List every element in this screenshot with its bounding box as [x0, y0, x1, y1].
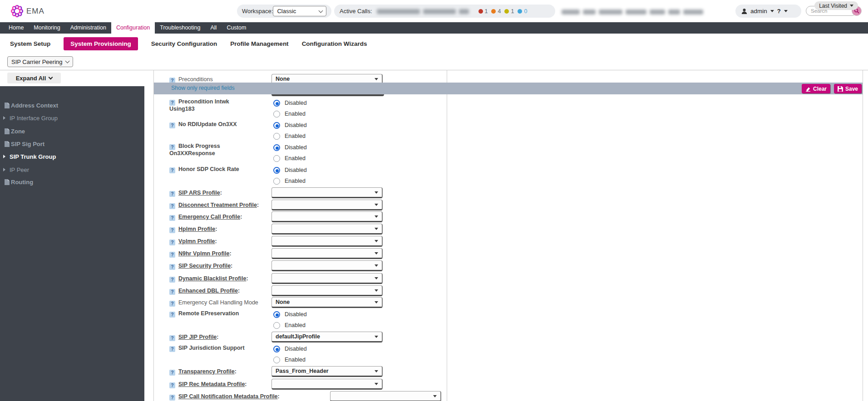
- disconnect-treatment-profile-select[interactable]: [271, 200, 383, 210]
- field-label[interactable]: N9hr Vplmn Profile: [178, 250, 230, 257]
- nav-item-all[interactable]: All: [205, 22, 222, 34]
- active-calls-pill: Active Calls: 1410: [334, 5, 555, 18]
- sidebar-item-address-context[interactable]: Address Context: [5, 101, 58, 109]
- sip-security-profile-select[interactable]: [271, 260, 383, 271]
- save-button[interactable]: Save: [834, 84, 862, 93]
- help-icon[interactable]: ?: [169, 215, 175, 221]
- help-icon[interactable]: ?: [169, 370, 175, 376]
- no-rdiupdate-on3xx-radio-disabled[interactable]: [273, 122, 280, 129]
- help-icon[interactable]: ?: [169, 191, 175, 197]
- sidebar-item-routing[interactable]: Routing: [5, 178, 33, 186]
- hplmn-profile-select[interactable]: [271, 224, 383, 235]
- help-icon[interactable]: ?: [169, 335, 175, 341]
- help-icon[interactable]: ?: [169, 144, 175, 150]
- help-icon[interactable]: ?: [169, 264, 175, 270]
- nav-item-home[interactable]: Home: [4, 22, 29, 34]
- sip-jurisdiction-support-radio-enabled[interactable]: [273, 357, 280, 363]
- nav-item-monitoring[interactable]: Monitoring: [29, 22, 65, 34]
- field-label[interactable]: Transparency Profile: [178, 368, 235, 375]
- tab-security-configuration[interactable]: Security Configuration: [151, 37, 217, 50]
- nav-item-custom[interactable]: Custom: [222, 22, 251, 34]
- tab-system-provisioning[interactable]: System Provisioning: [64, 37, 138, 50]
- user-caret-icon[interactable]: [770, 10, 774, 12]
- chevron-down-icon: [375, 191, 378, 194]
- block-progress-on3xxresponse-radio-disabled[interactable]: [273, 144, 280, 151]
- help-icon[interactable]: ?: [169, 252, 175, 258]
- label-colon: :: [215, 226, 217, 232]
- help-icon[interactable]: ?: [169, 203, 175, 209]
- field-label[interactable]: SIP JIP Profile: [178, 334, 217, 340]
- transparency-profile-select[interactable]: Pass_From_Header: [271, 366, 383, 377]
- field-label[interactable]: SIP ARS Profile: [178, 190, 220, 196]
- sip-call-notification-metadata-profile-select[interactable]: [330, 391, 441, 401]
- help-icon[interactable]: ?: [169, 395, 175, 401]
- remote-epreservation-radio-enabled[interactable]: [273, 322, 280, 329]
- no-rdiupdate-on3xx-radio-enabled[interactable]: [273, 133, 280, 140]
- sidebar-item-sip-sig-port[interactable]: SIP Sig Port: [5, 140, 44, 148]
- field-label[interactable]: SIP Security Profile: [178, 263, 231, 269]
- field-label[interactable]: Enhanced DBL Profile: [178, 288, 238, 294]
- field-label: SIP Jurisdiction Support: [178, 345, 245, 351]
- label-colon: :: [220, 190, 222, 196]
- scope-select[interactable]: SIP Carrier Peering: [7, 56, 73, 67]
- help-icon[interactable]: ?: [169, 227, 175, 233]
- expand-caret-icon[interactable]: [3, 168, 5, 171]
- emergency-call-profile-select[interactable]: [271, 211, 383, 222]
- nav-item-administration[interactable]: Administration: [65, 22, 111, 34]
- vplmn-profile-select[interactable]: [271, 236, 383, 247]
- form-row-hplmn-profile: ?Hplmn Profile:: [169, 224, 278, 231]
- sip-rec-metadata-profile-select[interactable]: [271, 379, 383, 390]
- precondition-intwk-using183-radio-disabled[interactable]: [273, 100, 280, 107]
- expand-all-button[interactable]: Expand All: [7, 73, 61, 83]
- workspace-select[interactable]: Classic: [273, 6, 326, 16]
- field-label[interactable]: Disconnect Treatment Profile: [178, 202, 257, 208]
- help-icon[interactable]: ?: [169, 277, 175, 283]
- user-menu-pill[interactable]: admin ?: [735, 5, 801, 18]
- remote-epreservation-radio-disabled[interactable]: [273, 311, 280, 318]
- help-icon[interactable]: ?: [169, 100, 175, 106]
- field-label[interactable]: Dynamic Blacklist Profile: [178, 275, 246, 282]
- block-progress-on3xxresponse-radio-enabled[interactable]: [273, 155, 280, 162]
- expand-caret-icon[interactable]: [3, 116, 5, 120]
- honor-sdp-clock-rate-radio-disabled[interactable]: [273, 167, 280, 174]
- help-icon[interactable]: ?: [169, 167, 175, 173]
- clear-button[interactable]: Clear: [802, 84, 830, 93]
- field-label[interactable]: Hplmn Profile: [178, 226, 215, 232]
- field-label[interactable]: Vplmn Profile: [178, 238, 215, 245]
- help-icon[interactable]: ?: [169, 382, 175, 388]
- honor-sdp-clock-rate-radio-enabled[interactable]: [273, 178, 280, 185]
- show-required-fields-link[interactable]: Show only required fields: [171, 85, 235, 91]
- nav-item-configuration[interactable]: Configuration: [111, 22, 155, 34]
- n9hr-vplmn-profile-select[interactable]: [271, 248, 383, 259]
- sidebar-item-ip-peer[interactable]: IP Peer: [3, 166, 29, 174]
- field-label: Preconditions: [178, 76, 213, 83]
- help-caret-icon[interactable]: [784, 10, 788, 12]
- help-icon[interactable]: ?: [169, 312, 175, 318]
- help-icon[interactable]: ?: [169, 122, 175, 128]
- help-menu[interactable]: ?: [777, 8, 781, 15]
- help-icon[interactable]: ?: [169, 346, 175, 352]
- dynamic-blacklist-profile-select[interactable]: [271, 273, 383, 284]
- help-icon[interactable]: ?: [169, 289, 175, 295]
- tab-system-setup[interactable]: System Setup: [10, 37, 50, 50]
- field-label[interactable]: Emergency Call Profile: [178, 214, 240, 220]
- sip-jip-profile-select[interactable]: defaultJipProfile: [271, 332, 383, 342]
- field-label[interactable]: SIP Rec Metadata Profile: [178, 381, 245, 387]
- tab-profile-management[interactable]: Profile Management: [230, 37, 288, 50]
- help-icon[interactable]: ?: [169, 301, 175, 307]
- expand-caret-icon[interactable]: [3, 155, 5, 158]
- sip-jurisdiction-support-radio-disabled[interactable]: [273, 346, 280, 352]
- precondition-intwk-using183-radio-enabled[interactable]: [273, 111, 280, 117]
- sidebar-item-zone[interactable]: Zone: [5, 127, 25, 135]
- field-label[interactable]: SIP Call Notification Metadata Profile: [178, 393, 278, 400]
- sidebar-item-ip-interface-group[interactable]: IP Interface Group: [3, 114, 58, 122]
- help-icon[interactable]: ?: [169, 240, 175, 245]
- enhanced-dbl-profile-select[interactable]: [271, 285, 383, 296]
- last-visited-button[interactable]: Last Visited: [814, 1, 858, 10]
- nav-item-troubleshooting[interactable]: Troubleshooting: [155, 22, 205, 34]
- sip-ars-profile-select[interactable]: [271, 187, 383, 198]
- eraser-icon: [805, 86, 811, 92]
- emergency-call-handling-mode-select[interactable]: None: [271, 297, 383, 308]
- tab-configuration-wizards[interactable]: Configuration Wizards: [302, 37, 367, 50]
- sidebar-item-sip-trunk-group[interactable]: SIP Trunk Group: [3, 152, 56, 161]
